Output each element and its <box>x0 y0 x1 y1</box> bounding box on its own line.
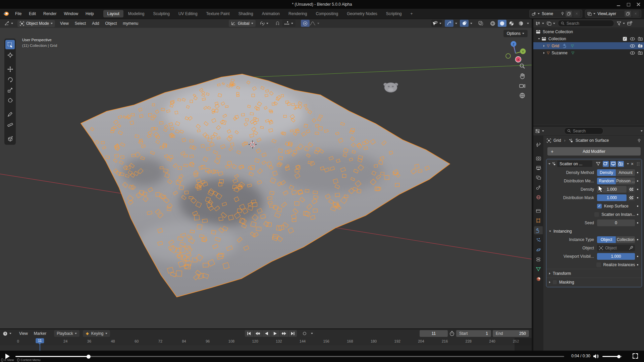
viewport-visibility-slider[interactable]: 1.000 <box>597 253 635 260</box>
outliner-filter-dropdown[interactable] <box>617 21 625 25</box>
workspace-tab-rendering[interactable]: Rendering <box>284 10 311 17</box>
viewport-menu-mymenu[interactable]: mymenu <box>120 21 141 26</box>
modifier-realtime-toggle[interactable] <box>610 161 616 167</box>
tab-object-data[interactable] <box>534 265 543 273</box>
breadcrumb-object[interactable]: Grid <box>553 138 561 143</box>
option-collection[interactable]: Collection <box>616 236 635 243</box>
blender-logo[interactable] <box>0 11 11 16</box>
suzanne-object[interactable] <box>384 83 398 93</box>
shading-rendered-button[interactable] <box>517 20 525 27</box>
frame-end-field[interactable]: End 250 <box>493 330 529 337</box>
tool-select-box[interactable] <box>5 40 15 49</box>
tool-rotate[interactable] <box>5 75 15 84</box>
scene-name[interactable]: Scene <box>540 11 560 16</box>
workspace-tab-modeling[interactable]: Modeling <box>124 10 149 17</box>
fullscreen-button[interactable] <box>633 353 638 359</box>
jump-to-end-button[interactable] <box>288 330 297 337</box>
minimize-button[interactable] <box>616 2 621 6</box>
modifier-render-toggle[interactable] <box>618 161 624 167</box>
previous-keyframe-button[interactable] <box>254 330 262 337</box>
collapse-arrow-icon[interactable] <box>548 163 550 165</box>
mask-texture-button[interactable] <box>628 194 635 201</box>
viewport-menu-object[interactable]: Object <box>102 21 120 26</box>
outliner-search-input[interactable]: Search <box>558 20 614 27</box>
expand-arrow-icon[interactable] <box>538 38 540 40</box>
outliner-editor-type-button[interactable] <box>535 21 544 26</box>
animate-dot[interactable] <box>635 214 640 215</box>
transform-section-header[interactable]: Transform <box>546 269 642 278</box>
play-reverse-button[interactable] <box>262 330 271 337</box>
tab-render[interactable] <box>534 154 543 162</box>
close-button[interactable] <box>637 2 641 6</box>
mode-dropdown[interactable]: Object Mode <box>17 20 55 27</box>
expand-arrow-icon[interactable] <box>543 52 545 54</box>
proportional-falloff-dropdown[interactable] <box>310 21 319 25</box>
tab-physics[interactable] <box>534 246 543 254</box>
animate-dot[interactable] <box>635 205 640 207</box>
option-object[interactable]: Object <box>597 236 616 243</box>
player-volume-slider[interactable] <box>602 356 622 357</box>
menu-help[interactable]: Help <box>82 10 98 17</box>
next-keyframe-button[interactable] <box>280 330 288 337</box>
modifier-name-field[interactable]: Scatter on ... <box>557 161 592 167</box>
auto-keying-dropdown[interactable] <box>309 330 315 337</box>
viewport-menu-view[interactable]: View <box>57 21 72 26</box>
volume-icon[interactable] <box>593 354 599 359</box>
player-volume-knob[interactable] <box>617 355 621 358</box>
masking-section-header[interactable]: ✓ Masking <box>546 278 642 286</box>
transform-orientation-dropdown[interactable]: Global <box>229 20 256 27</box>
collection-exclude-checkbox[interactable]: ✓ <box>623 37 627 41</box>
disable-render-camera-icon[interactable] <box>638 37 643 41</box>
option-amount[interactable]: Amount <box>616 169 635 176</box>
orthographic-toggle-icon[interactable] <box>519 93 525 99</box>
workspace-tab-texture-paint[interactable]: Texture Paint <box>202 10 234 17</box>
shading-dropdown[interactable] <box>525 23 529 24</box>
navigation-gizmo[interactable]: Z Y X <box>499 33 531 65</box>
selectability-dropdown[interactable] <box>431 20 442 27</box>
animate-dot[interactable] <box>635 197 640 198</box>
menu-file[interactable]: File <box>11 10 25 17</box>
workspace-tab-layout[interactable]: Layout <box>103 10 123 17</box>
animate-dot[interactable] <box>635 189 640 190</box>
timeline-menu-view[interactable]: View <box>16 331 31 336</box>
player-seek-bar[interactable] <box>15 356 564 357</box>
disable-render-camera-icon[interactable] <box>638 51 643 55</box>
add-modifier-button[interactable]: + Add Modifier <box>547 147 641 156</box>
tab-output[interactable] <box>534 164 543 172</box>
menu-render[interactable]: Render <box>40 10 60 17</box>
playback-dropdown[interactable]: Playback <box>54 330 79 337</box>
scene-selector[interactable]: Scene × <box>529 10 582 18</box>
modifier-panel-header[interactable]: Scatter on ... × <box>546 159 642 168</box>
tool-add-cube[interactable] <box>5 134 15 143</box>
tab-constraints[interactable] <box>534 255 543 263</box>
pin-icon[interactable] <box>637 138 641 143</box>
breadcrumb-modifier[interactable]: Scatter on Surface <box>576 138 609 143</box>
animate-dot[interactable] <box>635 256 640 257</box>
keying-dropdown[interactable]: Keying <box>83 330 110 337</box>
pivot-point-dropdown[interactable] <box>258 20 271 27</box>
density-texture-button[interactable] <box>628 186 635 193</box>
animate-dot[interactable] <box>635 264 640 265</box>
modifier-close-button[interactable]: × <box>631 161 634 167</box>
tool-transform[interactable] <box>5 96 15 105</box>
tool-annotate[interactable] <box>5 110 15 119</box>
tool-measure[interactable] <box>5 120 15 129</box>
gizmos-toggle[interactable] <box>445 20 453 27</box>
outliner-row-collection[interactable]: Collection ✓ <box>533 35 644 42</box>
animate-dot[interactable] <box>635 180 640 182</box>
new-scene-button[interactable] <box>566 11 572 17</box>
jump-to-start-button[interactable] <box>245 330 253 337</box>
player-play-button[interactable] <box>5 354 10 359</box>
maximize-button[interactable] <box>627 2 631 6</box>
tab-collection[interactable] <box>534 207 543 215</box>
tab-tool[interactable] <box>534 140 543 148</box>
view-layer-selector[interactable]: ViewLayer × <box>585 10 641 18</box>
workspace-tab-compositing[interactable]: Compositing <box>312 10 342 17</box>
player-seek-knob[interactable] <box>87 355 91 359</box>
workspace-tab-shading[interactable]: Shading <box>234 10 257 17</box>
auto-keying-toggle[interactable] <box>300 330 309 337</box>
tool-move[interactable] <box>5 64 15 74</box>
modifier-extras-dropdown[interactable] <box>627 163 629 165</box>
properties-editor-type-button[interactable] <box>535 129 544 133</box>
properties-options-dropdown[interactable] <box>641 130 643 132</box>
